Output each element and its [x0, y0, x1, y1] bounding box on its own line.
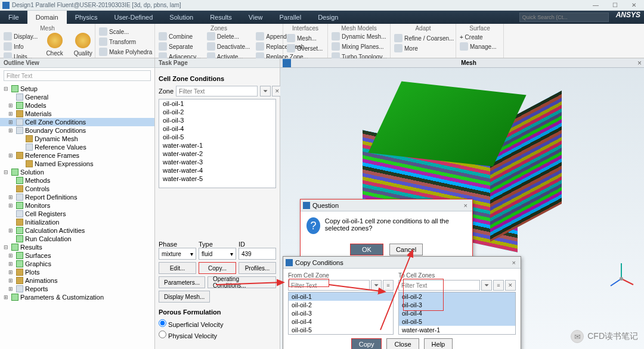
list-item[interactable]: water-water-1	[289, 334, 393, 335]
close-button[interactable]: Close	[386, 338, 419, 349]
list-item[interactable]: oil-oil-5	[399, 317, 515, 326]
transform-button[interactable]: Transform	[98, 37, 153, 46]
to-filter-icon[interactable]: ⏷	[481, 280, 492, 291]
combine-button[interactable]: Combine	[157, 32, 202, 41]
edit-button[interactable]: Edit...	[159, 262, 196, 274]
tree-node[interactable]: ⊞Reference Frames	[0, 151, 154, 160]
copy-button[interactable]: Copy...	[199, 262, 236, 274]
tree-node[interactable]: Controls	[0, 185, 154, 193]
question-close-button[interactable]: ×	[462, 202, 470, 209]
list-item[interactable]: water-water-4	[159, 166, 275, 174]
from-filter-input[interactable]	[288, 280, 370, 291]
zone-filter-input[interactable]	[176, 86, 258, 96]
list-item[interactable]: oil-oil-2	[399, 292, 515, 301]
tree-node[interactable]: ⊞Parameters & Customization	[0, 293, 154, 301]
help-button[interactable]: Help	[424, 338, 453, 349]
to-selectall-icon[interactable]: ≡	[493, 280, 504, 291]
menu-results[interactable]: Results	[202, 11, 240, 24]
quality-button[interactable]: Quality	[70, 32, 96, 61]
close-mesh-view-button[interactable]: ×	[637, 59, 642, 67]
list-item[interactable]: oil-oil-3	[399, 301, 515, 309]
copy-dialog-close-button[interactable]: ×	[510, 259, 518, 266]
overset-button[interactable]: Overset...	[286, 43, 324, 53]
list-item[interactable]: oil-oil-5	[159, 133, 275, 141]
tree-node[interactable]: ⊞Plots	[0, 268, 154, 276]
menu-parallel[interactable]: Parallel	[271, 11, 309, 24]
tree-node[interactable]: ⊞Cell Zone Conditions	[0, 118, 154, 126]
close-button[interactable]: ✕	[626, 1, 642, 10]
list-item[interactable]: water-water-3	[159, 158, 275, 166]
list-item[interactable]: oil-oil-4	[289, 317, 393, 326]
zone-listbox[interactable]: oil-oil-1oil-oil-2oil-oil-3oil-oil-4oil-…	[159, 99, 276, 188]
parameters-button[interactable]: Parameters...	[159, 276, 205, 288]
list-item[interactable]: water-water-1	[159, 141, 275, 149]
tree-node[interactable]: ⊞Calculation Activities	[0, 226, 154, 235]
scale-button[interactable]: Scale...	[98, 27, 153, 36]
to-clear-icon[interactable]: ✕	[505, 280, 516, 291]
list-item[interactable]: oil-oil-5	[289, 326, 393, 334]
filter-icon[interactable]: ⏷	[260, 86, 271, 96]
tree-node[interactable]: ⊞Report Definitions	[0, 193, 154, 201]
tree-node[interactable]: Dynamic Mesh	[0, 135, 154, 143]
tree-node[interactable]: ⊞Boundary Conditions	[0, 126, 154, 135]
menu-domain[interactable]: Domain	[27, 11, 67, 24]
tree-node[interactable]: ⊞Reports	[0, 285, 154, 293]
phase-combo[interactable]: mixture▾	[159, 248, 196, 260]
tree-node[interactable]: ⊞Models	[0, 101, 154, 110]
minimize-button[interactable]: —	[588, 1, 603, 10]
create-surface-button[interactable]: + Create	[459, 33, 497, 41]
to-zone-listbox[interactable]: oil-oil-2oil-oil-3oil-oil-4oil-oil-5wate…	[398, 292, 516, 335]
check-button[interactable]: Check	[42, 32, 66, 61]
tree-node[interactable]: Named Expressions	[0, 160, 154, 168]
tree-node[interactable]: Methods	[0, 176, 154, 185]
list-item[interactable]: water-water-2	[399, 334, 515, 335]
copy-confirm-button[interactable]: Copy	[351, 338, 382, 349]
from-clear-icon[interactable]: ≡	[383, 280, 394, 291]
list-item[interactable]: oil-oil-3	[289, 309, 393, 317]
outline-filter-input[interactable]: Filter Text	[4, 70, 151, 81]
tree-node[interactable]: General	[0, 93, 154, 101]
list-item[interactable]: oil-oil-4	[159, 124, 275, 133]
menu-file[interactable]: File	[0, 11, 27, 24]
list-item[interactable]: oil-oil-2	[289, 301, 393, 309]
refine-coarsen-button[interactable]: Refine / Coarsen...	[393, 33, 455, 43]
tree-node[interactable]: ⊞Animations	[0, 276, 154, 285]
menu-view[interactable]: View	[240, 11, 271, 24]
tree-node[interactable]: Run Calculation	[0, 235, 154, 243]
tree-node[interactable]: ⊞Monitors	[0, 201, 154, 210]
separate-button[interactable]: Separate	[157, 42, 202, 51]
list-item[interactable]: oil-oil-2	[159, 108, 275, 116]
deactivate-button[interactable]: Deactivate...	[206, 42, 252, 51]
tree-node[interactable]: ⊞Materials	[0, 110, 154, 118]
display-button[interactable]: Display...	[2, 32, 39, 41]
type-combo[interactable]: fluid▾	[199, 248, 236, 260]
list-item[interactable]: oil-oil-1	[159, 99, 275, 108]
to-filter-input[interactable]	[398, 280, 480, 291]
make-polyhedra-button[interactable]: Make Polyhedra	[98, 47, 153, 57]
cancel-button[interactable]: Cancel	[389, 244, 423, 255]
list-item[interactable]: water-water-2	[159, 149, 275, 158]
display-mesh-button[interactable]: Display Mesh...	[159, 291, 210, 303]
tree-node[interactable]: Reference Values	[0, 143, 154, 151]
from-zone-listbox[interactable]: oil-oil-1oil-oil-2oil-oil-3oil-oil-4oil-…	[288, 292, 394, 335]
outline-tree[interactable]: ⊟SetupGeneral⊞Models⊞Materials⊞Cell Zone…	[0, 83, 154, 349]
list-item[interactable]: oil-oil-1	[289, 292, 393, 301]
tree-node[interactable]: ⊞Surfaces	[0, 251, 154, 260]
menu-solution[interactable]: Solution	[161, 11, 202, 24]
list-item[interactable]: water-water-5	[159, 174, 275, 183]
delete-button[interactable]: Delete...	[206, 32, 252, 41]
tree-node[interactable]: ⊟Setup	[0, 85, 154, 93]
ok-button[interactable]: OK	[350, 244, 383, 255]
list-item[interactable]: water-water-1	[399, 326, 515, 334]
from-filter-icon[interactable]: ⏷	[371, 280, 382, 291]
menu-physics[interactable]: Physics	[67, 11, 106, 24]
tree-node[interactable]: ⊟Solution	[0, 168, 154, 176]
superficial-velocity-radio[interactable]: Superficial Velocity	[159, 319, 276, 328]
tree-node[interactable]: Cell Registers	[0, 210, 154, 218]
maximize-button[interactable]: ☐	[607, 1, 623, 10]
menu-user-defined[interactable]: User-Defined	[106, 11, 162, 24]
menu-design[interactable]: Design	[309, 11, 346, 24]
physical-velocity-radio[interactable]: Physical Velocity	[159, 331, 276, 339]
list-item[interactable]: oil-oil-4	[399, 309, 515, 317]
mixing-planes-button[interactable]: Mixing Planes...	[330, 42, 388, 51]
